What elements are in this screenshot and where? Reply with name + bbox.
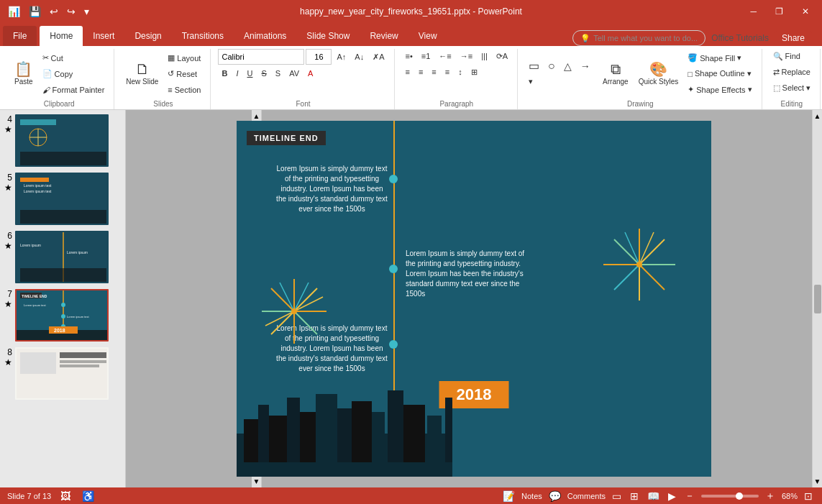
cut-button[interactable]: ✂ Cut — [39, 51, 109, 65]
normal-view-icon[interactable]: ▭ — [610, 490, 624, 502]
shape-triangle-btn[interactable]: △ — [560, 59, 575, 73]
font-size-input[interactable] — [306, 49, 332, 65]
svg-rect-67 — [388, 390, 403, 462]
tab-file[interactable]: File — [3, 26, 37, 46]
window-controls: ─ ❐ ✕ — [743, 4, 816, 19]
notes-button[interactable]: 📝 — [501, 490, 517, 502]
replace-button[interactable]: ⇄ Replace — [770, 65, 815, 79]
share-button[interactable]: Share — [775, 31, 812, 45]
scroll-down-right-btn[interactable]: ▼ — [812, 475, 822, 487]
increase-indent-button[interactable]: →≡ — [457, 49, 476, 63]
status-left: Slide 7 of 13 🖼 ♿ — [7, 490, 96, 502]
shape-arrow-btn[interactable]: → — [577, 59, 594, 73]
tab-design[interactable]: Design — [124, 26, 171, 46]
align-center-button[interactable]: ≡ — [415, 65, 426, 79]
convert-smartart-button[interactable]: ⊞ — [467, 65, 481, 79]
paragraph-label: Paragraph — [402, 98, 512, 109]
shadow-button[interactable]: S — [272, 66, 284, 81]
slide-thumb-5[interactable]: 5 ★ Lorem ipsum text Lorem ipsum text — [3, 171, 122, 226]
slide-thumb-7[interactable]: 7 ★ TIMELINE END Lorem ipsum text Lorem … — [3, 288, 122, 343]
tell-me-box[interactable]: 💡 Tell me what you want to do... — [572, 30, 705, 46]
minimize-button[interactable]: ─ — [743, 4, 764, 19]
format-painter-button[interactable]: 🖌 Format Painter — [39, 83, 109, 97]
restore-button[interactable]: ❐ — [768, 4, 790, 19]
shape-fill-button[interactable]: 🪣 Shape Fill ▾ — [684, 51, 755, 65]
text-direction-button[interactable]: ⟳A — [493, 49, 511, 63]
numbering-button[interactable]: ≡1 — [418, 49, 434, 63]
zoom-thumb[interactable] — [736, 492, 743, 500]
select-button[interactable]: ⬚ Select ▾ — [770, 81, 815, 95]
fill-icon: 🪣 — [688, 53, 698, 63]
reading-view-icon[interactable]: 📖 — [645, 490, 662, 502]
shape-ellipse-btn[interactable]: ○ — [544, 59, 559, 73]
drawing-buttons: ▭ ○ △ → ▾ ⧉ Arrange 🎨 Quick Styles � — [525, 49, 755, 98]
slide-notes-icon[interactable]: 🖼 — [58, 490, 73, 502]
tab-slideshow[interactable]: Slide Show — [296, 26, 360, 46]
office-tutorials-button[interactable]: Office Tutorials — [711, 33, 769, 43]
tab-view[interactable]: View — [408, 26, 447, 46]
find-button[interactable]: 🔍 Find — [770, 49, 815, 63]
scroll-down-btn[interactable]: ▼ — [251, 475, 262, 487]
zoom-in-icon[interactable]: ＋ — [763, 490, 777, 503]
redo-icon[interactable]: ↪ — [65, 4, 78, 19]
accessibility-icon[interactable]: ♿ — [80, 490, 96, 502]
increase-font-button[interactable]: A↑ — [333, 50, 350, 64]
layout-button[interactable]: ▦ Layout — [164, 51, 204, 65]
slides-group: 🗋 New Slide ▦ Layout ↺ Reset ≡ Section S… — [116, 49, 211, 109]
close-button[interactable]: ✕ — [795, 4, 816, 19]
scroll-up-right-btn[interactable]: ▲ — [812, 110, 822, 122]
shapes-more-btn[interactable]: ▾ — [525, 75, 536, 89]
font-color-button[interactable]: A — [304, 66, 316, 81]
svg-rect-59 — [258, 405, 269, 462]
reset-button[interactable]: ↺ Reset — [164, 67, 204, 81]
quick-styles-button[interactable]: 🎨 Quick Styles — [634, 54, 683, 94]
decrease-font-button[interactable]: A↓ — [351, 50, 367, 64]
italic-button[interactable]: I — [232, 66, 242, 81]
slide-thumb-8[interactable]: 8 ★ — [3, 346, 122, 401]
notes-label[interactable]: Notes — [521, 492, 542, 500]
fit-slide-icon[interactable]: ⊡ — [802, 490, 815, 502]
customize-icon[interactable]: ▾ — [82, 4, 91, 19]
zoom-slider[interactable] — [701, 495, 759, 498]
bold-button[interactable]: B — [218, 66, 231, 81]
clear-format-button[interactable]: ✗A — [369, 50, 388, 64]
underline-button[interactable]: U — [244, 66, 257, 81]
align-right-button[interactable]: ≡ — [428, 65, 439, 79]
copy-button[interactable]: 📄 Copy — [39, 67, 109, 81]
justify-button[interactable]: ≡ — [442, 65, 453, 79]
shape-select-btn[interactable]: ▭ — [525, 59, 543, 73]
tab-animations[interactable]: Animations — [234, 26, 296, 46]
tab-home[interactable]: Home — [40, 26, 83, 46]
undo-icon[interactable]: ↩ — [47, 4, 60, 19]
slide-thumb-4[interactable]: 4 ★ — [3, 113, 122, 168]
slideshow-icon[interactable]: ▶ — [666, 490, 678, 502]
align-left-button[interactable]: ≡ — [402, 65, 414, 79]
scroll-thumb[interactable] — [814, 285, 821, 313]
arrange-button[interactable]: ⧉ Arrange — [598, 54, 633, 94]
font-name-input[interactable] — [218, 49, 304, 65]
shape-effects-button[interactable]: ✦ Shape Effects ▾ — [684, 83, 755, 97]
save-icon[interactable]: 💾 — [27, 4, 43, 19]
bullets-button[interactable]: ≡• — [402, 49, 416, 63]
decrease-indent-button[interactable]: ←≡ — [435, 49, 455, 63]
strikethrough-button[interactable]: S — [257, 66, 270, 81]
svg-line-49 — [639, 265, 665, 290]
zoom-out-icon[interactable]: － — [682, 490, 697, 503]
line-spacing-button[interactable]: ↕ — [455, 65, 466, 79]
paste-button[interactable]: 📋 Paste — [10, 54, 37, 94]
shape-outline-button[interactable]: □ Shape Outline ▾ — [684, 67, 755, 81]
tab-insert[interactable]: Insert — [83, 26, 124, 46]
thumb-svg-8 — [17, 349, 109, 400]
cols-button[interactable]: ||| — [478, 49, 491, 63]
section-button[interactable]: ≡ Section — [164, 83, 204, 97]
tab-review[interactable]: Review — [360, 26, 408, 46]
tab-transitions[interactable]: Transitions — [172, 26, 234, 46]
spacing-button[interactable]: AV — [286, 66, 303, 81]
comments-button[interactable]: 💬 — [547, 490, 563, 502]
new-slide-button[interactable]: 🗋 New Slide — [122, 54, 163, 94]
svg-line-55 — [625, 232, 639, 265]
slide-sorter-icon[interactable]: ⊞ — [628, 490, 641, 502]
comments-label[interactable]: Comments — [567, 492, 606, 500]
slide-thumb-6[interactable]: 6 ★ Lorem ipsum Lorem ipsum — [3, 229, 122, 285]
svg-text:Lorem ipsum: Lorem ipsum — [67, 250, 88, 255]
